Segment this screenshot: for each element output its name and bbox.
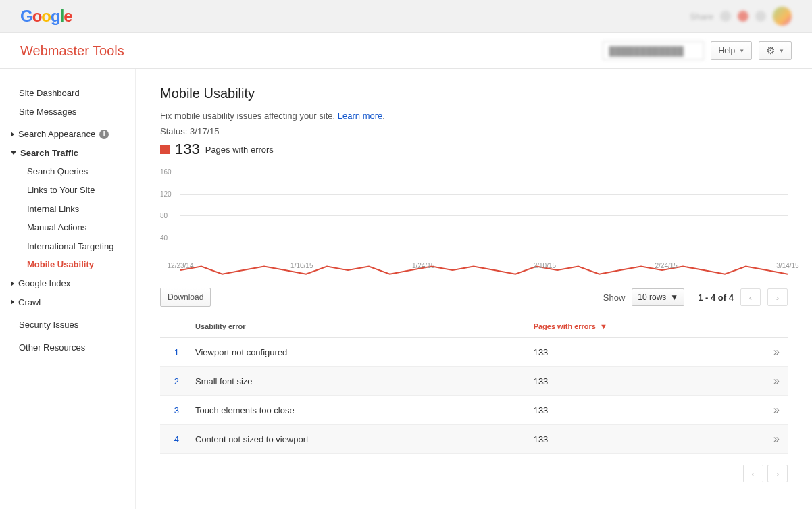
avatar[interactable]: [773, 7, 792, 26]
chart-line: [180, 172, 788, 509]
page-subtitle: Fix mobile usability issues affecting yo…: [160, 111, 788, 121]
grid-icon[interactable]: [755, 11, 766, 22]
sidebar-item-search-appearance[interactable]: Search Appearance i: [11, 125, 135, 144]
topbar-right: Share: [690, 7, 792, 26]
legend-swatch: [160, 145, 170, 154]
status-line: Status: 3/17/15: [160, 126, 788, 136]
sidebar-item-mobile-usability[interactable]: Mobile Usability: [27, 255, 135, 274]
help-label: Help: [718, 46, 735, 55]
sidebar-item-google-index[interactable]: Google Index: [11, 274, 135, 293]
sidebar-item-search-queries[interactable]: Search Queries: [27, 162, 135, 181]
sidebar-item-international-targeting[interactable]: International Targeting: [27, 237, 135, 256]
triangle-right-icon: [11, 281, 14, 286]
triangle-down-icon: [11, 151, 16, 155]
triangle-right-icon: [11, 132, 14, 137]
sidebar: Site Dashboard Site Messages Search Appe…: [0, 69, 135, 509]
caret-down-icon: ▼: [779, 48, 784, 54]
sidebar-item-search-traffic[interactable]: Search Traffic: [11, 144, 135, 163]
error-count-label: Pages with errors: [205, 145, 274, 155]
error-summary: 133 Pages with errors: [160, 140, 788, 158]
settings-button[interactable]: ⚙ ▼: [759, 41, 792, 60]
gear-icon: ⚙: [766, 45, 775, 57]
info-icon[interactable]: i: [99, 130, 109, 139]
header: Webmaster Tools ████████████ Help ▼ ⚙ ▼: [0, 33, 812, 69]
caret-down-icon: ▼: [739, 48, 744, 54]
sidebar-item-internal-links[interactable]: Internal Links: [27, 200, 135, 219]
help-button[interactable]: Help ▼: [711, 41, 752, 60]
sidebar-item-messages[interactable]: Site Messages: [19, 103, 135, 122]
apps-icon[interactable]: [720, 11, 731, 22]
topbar: Google Share: [0, 0, 812, 33]
sidebar-item-manual-actions[interactable]: Manual Actions: [27, 218, 135, 237]
site-selector[interactable]: ████████████: [603, 41, 704, 60]
learn-more-link[interactable]: Learn more: [338, 111, 382, 121]
triangle-right-icon: [11, 299, 14, 305]
sidebar-item-other-resources[interactable]: Other Resources: [19, 338, 135, 357]
product-title[interactable]: Webmaster Tools: [20, 43, 124, 59]
sidebar-item-links-to-site[interactable]: Links to Your Site: [27, 181, 135, 200]
error-count: 133: [175, 140, 200, 158]
share-link[interactable]: Share: [690, 11, 713, 22]
content: Mobile Usability Fix mobile usability is…: [135, 69, 812, 509]
notifications-icon[interactable]: [738, 11, 748, 22]
sidebar-item-dashboard[interactable]: Site Dashboard: [19, 84, 135, 103]
sidebar-item-security-issues[interactable]: Security Issues: [19, 315, 135, 334]
sidebar-item-crawl[interactable]: Crawl: [11, 293, 135, 312]
google-logo[interactable]: Google: [20, 7, 72, 26]
pages-with-errors-chart: 4080120160 12/23/141/10/151/24/152/10/15…: [160, 172, 788, 273]
page-title: Mobile Usability: [160, 86, 788, 101]
